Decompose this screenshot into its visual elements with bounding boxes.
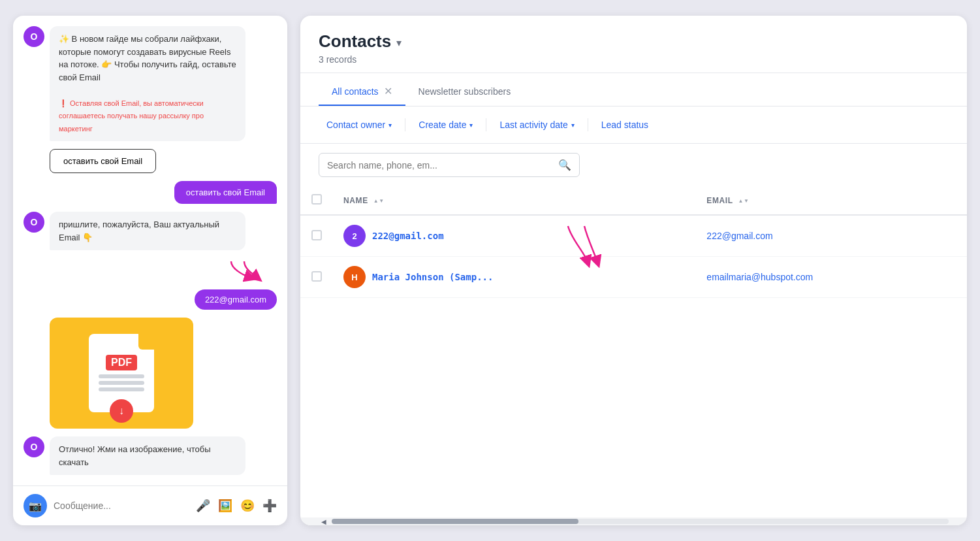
pdf-icon: PDF ↓ <box>89 334 154 412</box>
row1-name-cell: 2 222@gmail.com <box>333 215 696 257</box>
arrow-annotation <box>218 258 270 284</box>
email-response-container: 222@gmail.com <box>24 258 277 310</box>
pdf-badge: PDF <box>106 355 137 370</box>
create-date-filter[interactable]: Create date ▾ <box>411 116 481 134</box>
table-body: 2 222@gmail.com 222@gmail.com <box>300 215 967 298</box>
tabs-row: All contacts ✕ Newsletter subscribers <box>300 78 967 107</box>
filter-divider-1 <box>405 118 405 131</box>
tab-all-contacts[interactable]: All contacts ✕ <box>319 78 405 106</box>
page-title: Contacts <box>319 31 391 52</box>
crm-panel: Contacts ▾ 3 records All contacts ✕ News… <box>300 16 967 525</box>
row1-checkbox[interactable] <box>311 230 322 240</box>
download-icon: ↓ <box>110 399 133 423</box>
table-row: 2 222@gmail.com 222@gmail.com <box>300 215 967 257</box>
row1-name-link[interactable]: 222@gmail.com <box>372 231 444 241</box>
row1-avatar-text: 2 <box>352 231 356 241</box>
scrollbar-track[interactable] <box>332 519 949 524</box>
row2-email-link[interactable]: emailmaria@hubspot.com <box>706 272 813 282</box>
row1-email-cell: 222@gmail.com <box>696 215 967 257</box>
chat-message-2: O пришлите, пожалуйста, Ваш актуальный E… <box>24 212 277 250</box>
row1-checkbox-cell <box>300 215 333 257</box>
message-input[interactable] <box>54 500 189 511</box>
row1-email-link[interactable]: 222@gmail.com <box>706 231 772 241</box>
lead-status-filter[interactable]: Lead status <box>593 116 656 134</box>
last-activity-label: Last activity date <box>499 120 567 130</box>
crm-header: Contacts ▾ 3 records <box>300 16 967 73</box>
filter-row: Contact owner ▾ Create date ▾ Last activ… <box>300 107 967 144</box>
contact-owner-label: Contact owner <box>326 120 385 130</box>
plus-icon[interactable]: ➕ <box>262 499 277 513</box>
bot-avatar-1: O <box>24 26 44 47</box>
emoji-icon[interactable]: 😊 <box>240 499 255 513</box>
chat-action-icons: 🎤 🖼️ 😊 ➕ <box>196 499 277 513</box>
row2-checkbox-cell <box>300 257 333 298</box>
row2-name-cell: H Maria Johnson (Samp... <box>333 257 696 298</box>
email-pill: 222@gmail.com <box>195 289 277 310</box>
horizontal-scrollbar: ◀ <box>300 517 967 525</box>
pdf-lines <box>99 374 144 391</box>
user-message-1: оставить свой Email <box>24 181 277 204</box>
create-date-chevron: ▾ <box>469 122 473 129</box>
table-header: NAME ▲▼ EMAIL ▲▼ <box>300 186 967 215</box>
contacts-table: NAME ▲▼ EMAIL ▲▼ <box>300 186 967 298</box>
title-chevron-icon[interactable]: ▾ <box>396 37 402 49</box>
select-all-checkbox[interactable] <box>311 194 322 205</box>
last-activity-chevron: ▾ <box>571 122 575 129</box>
bubble-text-1: ✨ В новом гайде мы собрали лайфхаки, кот… <box>50 26 245 141</box>
email-button-container: оставить свой Email <box>50 149 277 173</box>
create-date-label: Create date <box>419 120 466 130</box>
select-all-col <box>300 186 333 215</box>
scrollbar-thumb <box>332 519 578 524</box>
name-col-label: NAME <box>343 196 368 205</box>
bubble-text-3: Отлично! Жми на изображение, чтобы скача… <box>50 436 245 475</box>
tab-newsletter[interactable]: Newsletter subscribers <box>405 78 524 106</box>
contact-owner-chevron: ▾ <box>388 122 392 129</box>
row1-avatar: 2 <box>343 225 366 247</box>
camera-button[interactable]: 📷 <box>24 494 47 517</box>
chat-message-1: O ✨ В новом гайде мы собрали лайфхаки, к… <box>24 26 277 141</box>
row2-email-cell: emailmaria@hubspot.com <box>696 257 967 298</box>
search-box: 🔍 <box>319 153 580 177</box>
email-sort-icons: ▲▼ <box>738 198 749 204</box>
email-column-header[interactable]: EMAIL ▲▼ <box>696 186 967 215</box>
bot-avatar-2: O <box>24 212 44 233</box>
last-activity-filter[interactable]: Last activity date ▾ <box>492 116 582 134</box>
contacts-table-container: NAME ▲▼ EMAIL ▲▼ <box>300 186 967 517</box>
row2-avatar-text: H <box>351 272 357 282</box>
chat-messages: O ✨ В новом гайде мы собрали лайфхаки, к… <box>13 16 287 485</box>
search-input[interactable] <box>327 160 553 171</box>
row2-avatar: H <box>343 266 366 288</box>
pdf-line-1 <box>99 374 144 378</box>
name-sort-icons: ▲▼ <box>373 198 385 204</box>
tab-all-contacts-label: All contacts <box>332 86 379 97</box>
bot-avatar-3: O <box>24 436 44 457</box>
row2-checkbox[interactable] <box>311 271 322 282</box>
scroll-left-button[interactable]: ◀ <box>319 516 329 525</box>
search-icon[interactable]: 🔍 <box>558 159 571 171</box>
chat-message-3: O Отлично! Жми на изображение, чтобы ска… <box>24 436 277 475</box>
pdf-card[interactable]: PDF ↓ <box>50 318 193 429</box>
tab-close-icon[interactable]: ✕ <box>384 86 392 97</box>
row2-name-link[interactable]: Maria Johnson (Samp... <box>372 272 493 282</box>
filter-divider-3 <box>588 118 588 131</box>
user-bubble-1: оставить свой Email <box>174 181 277 204</box>
table-row: H Maria Johnson (Samp... emailmaria@hubs… <box>300 257 967 298</box>
email-col-label: EMAIL <box>706 196 733 205</box>
row1-name-container: 2 222@gmail.com <box>343 225 686 247</box>
contact-owner-filter[interactable]: Contact owner ▾ <box>319 116 400 134</box>
bubble-text-2: пришлите, пожалуйста, Ваш актуальный Ema… <box>50 212 245 250</box>
tab-newsletter-label: Newsletter subscribers <box>419 86 511 97</box>
row2-name-container: H Maria Johnson (Samp... <box>343 266 686 288</box>
pdf-line-2 <box>99 381 144 385</box>
image-icon[interactable]: 🖼️ <box>218 499 232 513</box>
pdf-line-3 <box>99 387 144 391</box>
leave-email-button[interactable]: оставить свой Email <box>50 149 156 173</box>
microphone-icon[interactable]: 🎤 <box>196 499 210 513</box>
chat-input-bar: 📷 🎤 🖼️ 😊 ➕ <box>13 485 287 525</box>
search-row: 🔍 <box>300 144 967 186</box>
chat-panel: O ✨ В новом гайде мы собрали лайфхаки, к… <box>13 16 287 525</box>
lead-status-label: Lead status <box>601 120 648 130</box>
pdf-document: PDF ↓ <box>89 334 154 412</box>
crm-title: Contacts ▾ <box>319 31 949 52</box>
name-column-header[interactable]: NAME ▲▼ <box>333 186 696 215</box>
